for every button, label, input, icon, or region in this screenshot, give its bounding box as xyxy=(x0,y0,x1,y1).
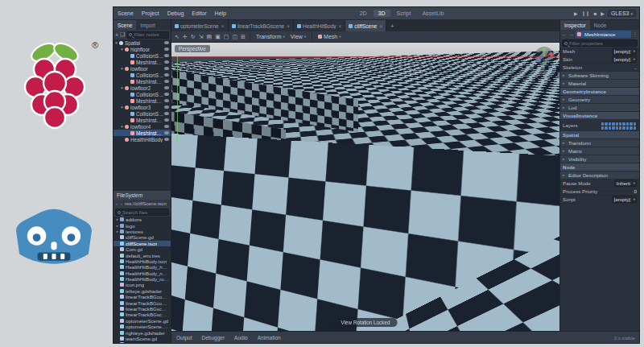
workspace-tab[interactable]: 2D xyxy=(355,10,372,17)
scene-tree-node[interactable]: CollisionShape xyxy=(114,110,171,117)
play-button[interactable]: ▶ xyxy=(573,10,579,16)
inspector-row[interactable]: Process Priority 0 xyxy=(560,188,639,196)
property-value[interactable] xyxy=(601,122,637,130)
pause-button[interactable]: ❙❙ xyxy=(581,10,591,16)
history-forward-icon[interactable]: → xyxy=(569,31,575,37)
inspector-row[interactable]: Script [empty] xyxy=(560,196,639,204)
close-icon[interactable] xyxy=(287,23,290,29)
file-row[interactable]: optometerScene.gd xyxy=(114,318,171,324)
snap-icon[interactable]: ⊞ xyxy=(241,34,246,39)
visibility-eye-icon[interactable] xyxy=(164,131,169,134)
visibility-eye-icon[interactable] xyxy=(164,41,169,44)
inspector-row[interactable]: Mesh [empty] xyxy=(560,48,639,56)
visibility-eye-icon[interactable] xyxy=(164,125,169,128)
file-row[interactable]: teamScene.gd xyxy=(114,336,171,341)
scene-tab[interactable]: linearTrackBGscene xyxy=(229,20,294,31)
visibility-eye-icon[interactable] xyxy=(164,105,169,109)
transform-menu[interactable]: Transform xyxy=(254,34,287,39)
rect-select-tool-icon[interactable]: ▤ xyxy=(207,34,213,39)
inspector-row[interactable]: GeometryInstance xyxy=(560,88,639,96)
file-row[interactable]: linearTrackBGscene.gd xyxy=(114,306,171,312)
file-row[interactable]: optometerScene.tscn xyxy=(114,324,171,329)
file-row[interactable]: Com.gd xyxy=(114,246,171,252)
expand-arrow-icon[interactable]: ▼ xyxy=(119,48,125,52)
workspace-tab[interactable]: 3D xyxy=(374,10,390,17)
back-arrow-icon[interactable]: ‹ xyxy=(115,201,118,206)
inspector-row[interactable]: Lod xyxy=(560,104,639,112)
visibility-eye-icon[interactable] xyxy=(164,48,169,51)
file-row[interactable]: HealthHitBody_roadster.tscn xyxy=(114,276,171,282)
visibility-eye-icon[interactable] xyxy=(164,93,169,96)
scene-tree-node[interactable]: MeshInstance xyxy=(114,59,171,65)
expand-arrow-icon[interactable]: ▼ xyxy=(119,67,125,71)
tab-inspector[interactable]: Inspector xyxy=(560,20,590,30)
filter-nodes-input[interactable] xyxy=(134,32,167,37)
inspector-row[interactable]: Transform xyxy=(560,139,639,147)
bottom-panel-tab[interactable]: Debugger xyxy=(197,335,230,341)
history-back-icon[interactable]: ← xyxy=(562,31,568,37)
filter-properties-input[interactable] xyxy=(569,41,635,46)
bottom-panel-tab[interactable]: Output xyxy=(171,335,197,341)
group-icon[interactable]: ◫ xyxy=(232,34,237,39)
file-row[interactable]: linearTrackBGcone.gd xyxy=(114,294,171,299)
inspector-row[interactable]: Skin [empty] xyxy=(560,56,639,64)
close-icon[interactable] xyxy=(339,23,342,29)
bottom-panel-tab[interactable]: Animation xyxy=(253,335,286,341)
expand-arrow-icon[interactable]: ▼ xyxy=(119,86,125,90)
file-row[interactable]: HealthHitBody_headset.tscn xyxy=(114,264,171,270)
close-icon[interactable] xyxy=(221,23,225,29)
visibility-eye-icon[interactable] xyxy=(164,73,169,76)
menu-item[interactable]: Debug xyxy=(163,10,188,16)
renderer-select[interactable]: GLES3 ▾ xyxy=(608,10,636,17)
viewport-3d[interactable]: Perspective View Rotation Locked xyxy=(171,43,559,331)
property-value[interactable]: .. xyxy=(634,64,637,70)
inspector-row[interactable]: Material xyxy=(560,80,639,88)
unlock-icon[interactable]: ▢ xyxy=(224,34,229,39)
scene-tab[interactable]: HealthHitBody xyxy=(294,20,345,31)
tab-node[interactable]: Node xyxy=(590,20,611,30)
inspector-row[interactable]: Matrix xyxy=(560,147,639,155)
file-row[interactable]: linearTrackBGscene.tscn xyxy=(114,312,171,317)
search-files-input[interactable] xyxy=(122,210,167,215)
property-value[interactable]: 0 xyxy=(634,188,637,194)
visibility-eye-icon[interactable] xyxy=(164,138,169,141)
visibility-eye-icon[interactable] xyxy=(164,112,169,115)
inspector-row[interactable]: Software Skinning xyxy=(560,72,639,80)
scene-tree-node[interactable]: ▼ Spatial xyxy=(114,39,171,46)
new-scene-tab-button[interactable]: + xyxy=(386,20,398,31)
scene-tree-node[interactable]: MeshInstance xyxy=(114,97,171,104)
scene-tree-node[interactable]: ▼ lowfloor xyxy=(114,65,171,72)
visibility-eye-icon[interactable] xyxy=(164,99,169,102)
scale-tool-icon[interactable]: ⇲ xyxy=(199,34,204,39)
file-row[interactable]: HealthHitBody_notebook.tscn xyxy=(114,271,171,276)
scene-tree-node[interactable]: CollisionShape xyxy=(114,52,171,59)
scene-tree-node[interactable]: MeshInstance xyxy=(114,130,171,136)
bottom-panel-tab[interactable]: Audio xyxy=(229,335,253,341)
workspace-tab[interactable]: AssetLib xyxy=(417,10,448,17)
inspector-row[interactable]: Spatial xyxy=(560,131,639,139)
mesh-menu[interactable]: Mesh xyxy=(316,34,342,39)
scene-tree-node[interactable]: ▼ lowfloor3 xyxy=(114,104,171,110)
property-value[interactable]: [empty] xyxy=(612,48,637,55)
inspector-row[interactable]: Pause Mode Inherit xyxy=(560,180,639,188)
file-row[interactable]: ▸ logo xyxy=(114,222,171,228)
expand-arrow-icon[interactable]: ▼ xyxy=(119,125,125,129)
property-value[interactable]: [empty] xyxy=(612,196,637,203)
select-tool-icon[interactable]: ↖ xyxy=(175,34,180,39)
file-row[interactable]: icon.png xyxy=(114,282,171,287)
scene-tab[interactable]: optometerScene xyxy=(171,20,229,31)
projection-button[interactable]: Perspective xyxy=(175,45,210,52)
inspector-row[interactable]: Skeleton .. xyxy=(560,64,639,72)
visibility-eye-icon[interactable] xyxy=(164,54,169,57)
file-row[interactable]: linearTrackBGcone.tscn xyxy=(114,299,171,305)
play-scene-button[interactable]: ▶ xyxy=(600,10,605,16)
inspector-row[interactable]: Node xyxy=(560,163,639,171)
visibility-eye-icon[interactable] xyxy=(164,60,169,64)
visibility-eye-icon[interactable] xyxy=(164,67,169,70)
visibility-eye-icon[interactable] xyxy=(164,80,169,83)
expand-arrow-icon[interactable]: ▼ xyxy=(119,105,125,109)
property-value[interactable]: Inherit xyxy=(614,180,637,187)
file-row[interactable]: ▸ textures xyxy=(114,229,171,234)
forward-arrow-icon[interactable]: › xyxy=(120,201,123,206)
visibility-eye-icon[interactable] xyxy=(164,86,169,89)
